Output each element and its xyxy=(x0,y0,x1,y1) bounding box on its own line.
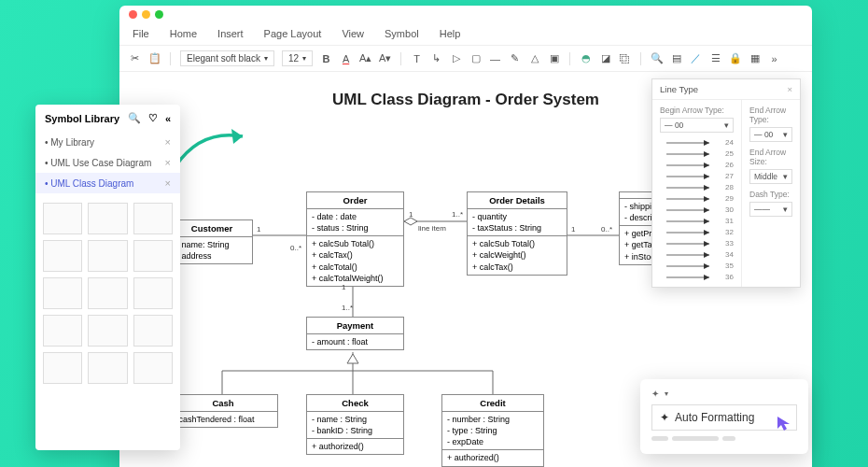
shape-thumb[interactable] xyxy=(88,203,127,234)
arrow-type-list: 24252627282930313233343536 xyxy=(660,138,734,281)
menu-help[interactable]: Help xyxy=(440,28,461,39)
mult-label: 1 xyxy=(571,225,575,234)
shape-thumb[interactable] xyxy=(133,240,173,272)
arrow-option[interactable]: 33 xyxy=(660,239,734,248)
image-icon[interactable]: ▣ xyxy=(548,52,560,64)
decrease-font-icon[interactable]: A▾ xyxy=(379,52,391,64)
sidebar-item-uml-class[interactable]: • UML Class Diagram× xyxy=(35,173,180,193)
shape-thumb[interactable] xyxy=(133,277,173,309)
svg-marker-25 xyxy=(704,207,709,213)
titlebar xyxy=(119,6,812,22)
arrow-option[interactable]: 36 xyxy=(660,273,734,281)
triangle-icon[interactable]: △ xyxy=(528,52,540,64)
arrow-option[interactable]: 27 xyxy=(660,172,734,180)
bold-icon[interactable]: B xyxy=(320,52,332,64)
collapse-icon[interactable]: « xyxy=(165,113,171,124)
shape-thumb[interactable] xyxy=(88,352,127,384)
cut-icon[interactable]: ✂ xyxy=(129,52,141,64)
mult-label: 1..* xyxy=(452,210,463,219)
arrow-option[interactable]: 26 xyxy=(660,161,734,169)
close-icon[interactable]: × xyxy=(165,136,171,148)
sparkle-icon: ✦ xyxy=(651,389,659,399)
sidebar-item-my-library[interactable]: • My Library× xyxy=(35,132,180,152)
zoom-icon[interactable]: 🔍 xyxy=(651,52,663,64)
arrow-option[interactable]: 29 xyxy=(660,194,734,203)
svg-marker-21 xyxy=(704,185,709,191)
shape-thumb[interactable] xyxy=(133,315,173,347)
crop-icon[interactable]: ⿻ xyxy=(619,52,631,64)
pen-icon[interactable]: ✎ xyxy=(509,52,521,64)
mult-label: 0..* xyxy=(601,225,612,234)
connector-icon[interactable]: ↳ xyxy=(430,52,442,64)
arrow-option[interactable]: 30 xyxy=(660,205,734,214)
auto-formatting-button[interactable]: ✦ Auto Formatting xyxy=(651,404,797,431)
line-style-icon[interactable]: ／ xyxy=(690,52,702,64)
arrow-option[interactable]: 32 xyxy=(660,228,734,236)
sidebar-item-uml-use-case[interactable]: • UML Use Case Diagram× xyxy=(35,152,180,173)
size-select[interactable]: 12▾ xyxy=(282,50,313,66)
layers-icon[interactable]: ▦ xyxy=(749,52,761,64)
arrow-option[interactable]: 31 xyxy=(660,217,734,225)
font-select[interactable]: Elegant soft black▾ xyxy=(180,50,274,66)
svg-marker-31 xyxy=(704,241,709,247)
pointer-icon[interactable]: ▷ xyxy=(450,52,462,64)
font-color-icon[interactable]: A xyxy=(340,52,352,64)
class-customer[interactable]: Customer - name: String- address xyxy=(171,219,253,264)
menu-page-layout[interactable]: Page Layout xyxy=(264,28,322,39)
heart-icon[interactable]: ♡ xyxy=(148,112,158,124)
paste-icon[interactable]: 📋 xyxy=(148,52,161,64)
more-icon[interactable]: » xyxy=(768,52,780,64)
svg-marker-2 xyxy=(404,218,417,225)
arrow-option[interactable]: 35 xyxy=(660,262,734,270)
maximize-window-button[interactable] xyxy=(155,10,163,19)
sidebar-title: Symbol Library xyxy=(45,113,119,124)
arrow-annotation xyxy=(168,121,261,177)
shape-thumbnails xyxy=(35,193,180,450)
class-payment[interactable]: Payment - amount : float xyxy=(306,317,404,350)
class-cash[interactable]: Cash - cashTendered : float xyxy=(168,394,278,428)
class-order-details[interactable]: Order Details - quantity- taxStatus : St… xyxy=(467,191,567,276)
menu-home[interactable]: Home xyxy=(170,28,197,39)
shape-thumb[interactable] xyxy=(88,277,127,309)
dash-type-select[interactable]: ——▾ xyxy=(749,202,792,217)
search-icon[interactable]: 🔍 xyxy=(128,112,141,124)
class-credit[interactable]: Credit - number : String- type : String-… xyxy=(441,394,544,467)
menu-insert[interactable]: Insert xyxy=(217,28,244,39)
shape-thumb[interactable] xyxy=(133,203,173,234)
shape-thumb[interactable] xyxy=(43,203,82,234)
menu-view[interactable]: View xyxy=(342,28,364,39)
fill-icon[interactable]: ◓ xyxy=(580,52,592,64)
begin-arrow-select[interactable]: — 00▾ xyxy=(660,118,734,133)
arrow-option[interactable]: 24 xyxy=(660,138,734,147)
lock-icon[interactable]: 🔒 xyxy=(729,52,741,64)
shape-thumb[interactable] xyxy=(43,315,82,347)
minimize-window-button[interactable] xyxy=(142,10,150,19)
menu-file[interactable]: File xyxy=(133,28,149,39)
text-tool-icon[interactable]: T xyxy=(411,52,423,64)
shape-thumb[interactable] xyxy=(133,352,173,384)
shape-thumb[interactable] xyxy=(88,315,127,347)
close-icon[interactable]: × xyxy=(787,84,792,94)
close-window-button[interactable] xyxy=(129,10,137,19)
menu-symbol[interactable]: Symbol xyxy=(385,28,419,39)
increase-font-icon[interactable]: A▴ xyxy=(359,52,371,64)
shape-thumb[interactable] xyxy=(43,352,82,384)
shape-thumb[interactable] xyxy=(43,277,82,309)
line-icon[interactable]: — xyxy=(489,52,501,64)
arrow-option[interactable]: 25 xyxy=(660,149,734,158)
end-size-select[interactable]: Middle▾ xyxy=(749,169,792,184)
shape-icon[interactable]: ▢ xyxy=(469,52,482,64)
group-icon[interactable]: ☰ xyxy=(709,52,721,64)
class-order[interactable]: Order - date : date- status : String + c… xyxy=(306,191,404,287)
class-check[interactable]: Check - name : String- bankID : String +… xyxy=(306,394,404,455)
shape-thumb[interactable] xyxy=(88,240,127,272)
shape-thumb[interactable] xyxy=(43,240,82,272)
align-icon[interactable]: ▤ xyxy=(670,52,682,64)
close-icon[interactable]: × xyxy=(165,157,171,168)
shadow-icon[interactable]: ◪ xyxy=(599,52,611,64)
close-icon[interactable]: × xyxy=(165,177,171,189)
end-arrow-select[interactable]: — 00▾ xyxy=(749,127,792,142)
arrow-option[interactable]: 34 xyxy=(660,250,734,259)
cursor-icon xyxy=(776,415,792,432)
arrow-option[interactable]: 28 xyxy=(660,183,734,191)
